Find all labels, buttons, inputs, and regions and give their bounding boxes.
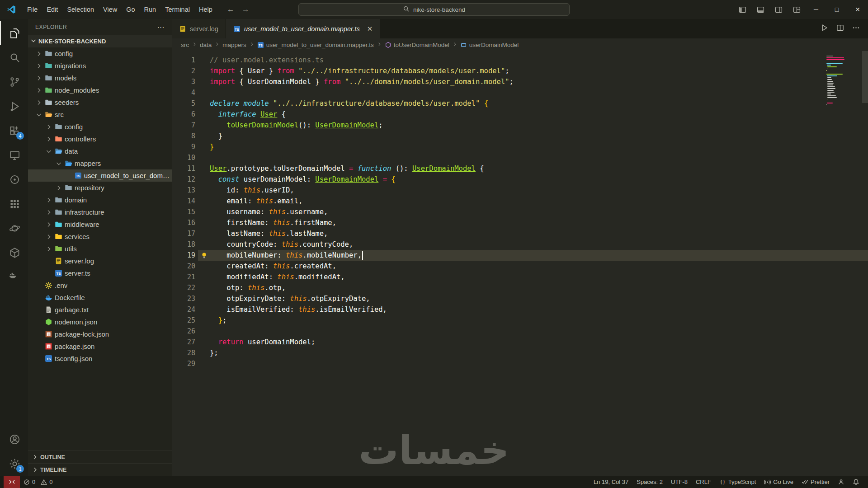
warning-count[interactable]: 0 [39, 476, 54, 488]
code-line-19[interactable]: 19 mobileNumber: this.mobileNumber, [172, 250, 868, 261]
tab-user-model-to-user-domain-mapper-ts[interactable]: TSuser_model_to_user_domain.mapper.ts✕ [226, 19, 380, 38]
tree-item-repository[interactable]: repository [28, 182, 172, 194]
tree-item-migrations[interactable]: migrations [28, 60, 172, 72]
activity-account[interactable] [0, 427, 28, 451]
code-line-20[interactable]: 20 createdAt: this.createdAt, [172, 261, 868, 272]
remote-indicator[interactable] [4, 476, 20, 488]
code-line-15[interactable]: 15 username: this.username, [172, 206, 868, 217]
activity-live-preview[interactable] [0, 216, 28, 240]
split-editor-button[interactable] [836, 24, 844, 33]
workspace-root-row[interactable]: NIKE-STORE-BACKEND [28, 35, 172, 47]
status-eol[interactable]: CRLF [692, 476, 715, 488]
error-count[interactable]: 0 [22, 476, 37, 488]
tree-item-package-json[interactable]: package.json [28, 340, 172, 352]
code-line-24[interactable]: 24 isEmailVerified: this.isEmailVerified… [172, 304, 868, 315]
code-line-29[interactable]: 29 [172, 358, 868, 369]
menu-file[interactable]: File [23, 4, 42, 15]
menu-view[interactable]: View [99, 4, 122, 15]
code-line-7[interactable]: 7 toUserDomainModel(): UserDomainModel; [172, 120, 868, 131]
code-line-6[interactable]: 6 interface User { [172, 109, 868, 120]
tree-item-models[interactable]: models [28, 72, 172, 84]
tree-item-seeders[interactable]: seeders [28, 96, 172, 108]
status-prettier[interactable]: Prettier [797, 476, 834, 488]
toggle-primary-sidebar-icon[interactable] [733, 0, 751, 19]
more-actions-button[interactable] [852, 24, 860, 33]
code-line-28[interactable]: 28}; [172, 347, 868, 358]
tree-item-data[interactable]: data [28, 145, 172, 157]
code-line-4[interactable]: 4 [172, 87, 868, 98]
activity-explorer[interactable] [0, 21, 28, 45]
status-cursor-position[interactable]: Ln 19, Col 37 [590, 476, 632, 488]
command-center-search[interactable]: nike-store-backend [298, 3, 570, 16]
code-line-9[interactable]: 9} [172, 141, 868, 152]
code-line-8[interactable]: 8 } [172, 131, 868, 141]
maximize-button[interactable]: □ [826, 0, 847, 19]
activity-container[interactable] [0, 240, 28, 265]
status-encoding[interactable]: UTF-8 [667, 476, 692, 488]
code-line-25[interactable]: 25 }; [172, 315, 868, 326]
code-line-1[interactable]: 1// user.model.extensions.ts [172, 55, 868, 66]
breadcrumb-data[interactable]: data [200, 42, 212, 48]
activity-run-debug[interactable] [0, 94, 28, 118]
menu-edit[interactable]: Edit [42, 4, 62, 15]
section-outline[interactable]: OUTLINE [28, 450, 172, 463]
tree-item-mappers[interactable]: mappers [28, 157, 172, 169]
code-line-23[interactable]: 23 otpExpiryDate: this.otpExpiryDate, [172, 293, 868, 304]
section-timeline[interactable]: TIMELINE [28, 463, 172, 476]
code-line-21[interactable]: 21 modifiedAt: this.modifiedAt, [172, 272, 868, 282]
breadcrumb-src[interactable]: src [181, 42, 189, 48]
breadcrumb-user-model-to-user-domain-mapper-ts[interactable]: TSuser_model_to_user_domain.mapper.ts [257, 42, 374, 48]
status-notifications[interactable] [849, 476, 863, 488]
vertical-scrollbar[interactable] [862, 51, 868, 103]
minimize-button[interactable]: ─ [806, 0, 826, 19]
tree-item-utils[interactable]: utils [28, 243, 172, 255]
activity-search[interactable] [0, 45, 28, 70]
tree-item-domain[interactable]: domain [28, 194, 172, 206]
tree-item-package-lock-json[interactable]: package-lock.json [28, 328, 172, 340]
tab-server-log[interactable]: server.log [172, 19, 226, 38]
code-line-11[interactable]: 11User.prototype.toUserDomainModel = fun… [172, 163, 868, 174]
status-go-live[interactable]: Go Live [760, 476, 797, 488]
forward-arrow-icon[interactable]: → [242, 5, 250, 14]
tree-item-env[interactable]: .env [28, 279, 172, 291]
toggle-panel-icon[interactable] [751, 0, 769, 19]
tree-item-controllers[interactable]: controllers [28, 133, 172, 145]
more-actions-icon[interactable]: ⋯ [157, 23, 165, 32]
close-icon[interactable]: ✕ [367, 25, 373, 33]
toggle-secondary-sidebar-icon[interactable] [769, 0, 788, 19]
activity-source-control[interactable] [0, 70, 28, 94]
activity-settings[interactable]: 1 [0, 451, 28, 476]
tree-item-src[interactable]: src [28, 108, 172, 121]
activity-live-server[interactable] [0, 167, 28, 192]
close-button[interactable]: ✕ [847, 0, 868, 19]
code-line-14[interactable]: 14 email: this.email, [172, 196, 868, 206]
status-feedback[interactable] [834, 476, 849, 488]
tree-item-config[interactable]: config [28, 121, 172, 133]
tree-item-garbage-txt[interactable]: garbage.txt [28, 304, 172, 316]
menu-run[interactable]: Run [140, 4, 161, 15]
tree-item-node-modules[interactable]: node_modules [28, 84, 172, 96]
menu-help[interactable]: Help [194, 4, 217, 15]
tree-item-server-ts[interactable]: TSserver.ts [28, 267, 172, 279]
breadcrumb-mappers[interactable]: mappers [222, 42, 246, 48]
tree-item-server-log[interactable]: server.log [28, 255, 172, 267]
menu-terminal[interactable]: Terminal [160, 4, 194, 15]
tree-item-config[interactable]: config [28, 47, 172, 60]
code-line-22[interactable]: 22 otp: this.otp, [172, 282, 868, 293]
code-line-10[interactable]: 10 [172, 152, 868, 163]
tree-item-services[interactable]: services [28, 230, 172, 243]
code-editor[interactable]: 1// user.model.extensions.ts2import { Us… [172, 51, 868, 476]
menu-go[interactable]: Go [122, 4, 139, 15]
activity-extensions[interactable]: 4 [0, 118, 28, 143]
status-language-mode[interactable]: {}TypeScript [715, 476, 760, 488]
tree-item-user-model-to-user-domain[interactable]: TSuser_model_to_user_domain.... [28, 169, 172, 182]
minimap[interactable] [826, 56, 860, 108]
code-line-3[interactable]: 3import { UserDomainModel } from "../../… [172, 76, 868, 87]
back-arrow-icon[interactable]: ← [227, 5, 235, 14]
code-line-18[interactable]: 18 countryCode: this.countryCode, [172, 239, 868, 250]
code-line-17[interactable]: 17 lastName: this.lastName, [172, 228, 868, 239]
tree-item-middleware[interactable]: middleware [28, 218, 172, 230]
tree-item-infrastructure[interactable]: infrastructure [28, 206, 172, 218]
activity-docker[interactable] [0, 265, 28, 289]
status-indentation[interactable]: Spaces: 2 [632, 476, 667, 488]
